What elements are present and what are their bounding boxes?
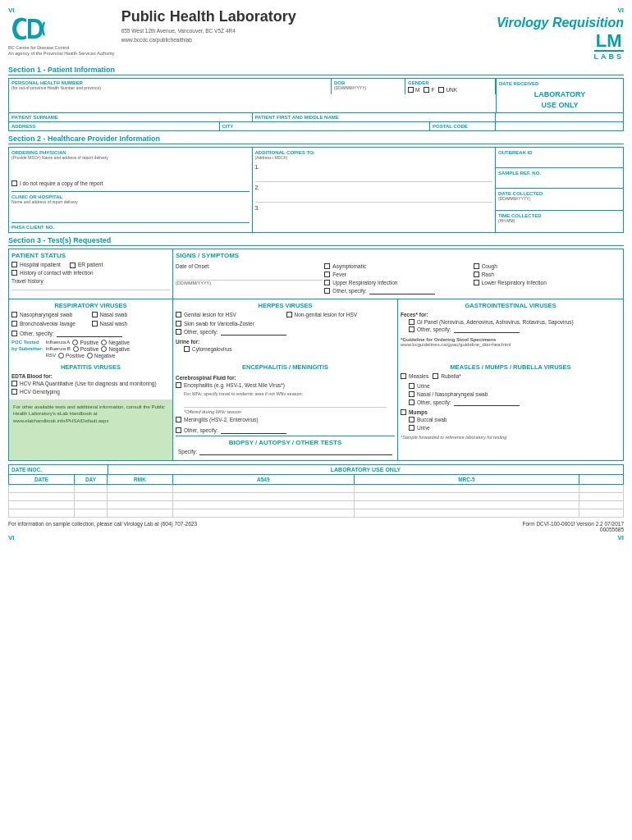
gi-guideline: *Guideline for Ordering Stool Specimens … bbox=[401, 337, 621, 347]
measles-nasal-row[interactable]: Nasal / Nasopharyngeal swab bbox=[409, 391, 621, 398]
no-copy-label: I do not require a copy of the report bbox=[20, 180, 103, 187]
rsv-negative[interactable]: Negative bbox=[87, 353, 116, 358]
nasal-wash-label: Nasal wash bbox=[100, 321, 128, 327]
date-inoc-section: DATE INOC. LABORATORY USE ONLY DATE DAY … bbox=[8, 464, 624, 518]
history-contact-label: History of contact with infection bbox=[20, 270, 94, 276]
lower-resp-row[interactable]: Lower Respiratory Infection bbox=[474, 280, 621, 286]
vi-label-right: VI bbox=[617, 7, 624, 14]
no-copy-row[interactable]: I do not require a copy of the report bbox=[11, 180, 250, 187]
additional-sublabel: (Address / MSC#) bbox=[255, 155, 493, 160]
surname-label: PATIENT SURNAME bbox=[11, 115, 250, 120]
nasopharyngeal-row[interactable]: Nasopharyngeal swab bbox=[11, 312, 90, 318]
upper-resp-row[interactable]: Upper Respiratory Infection bbox=[324, 280, 471, 286]
biopsy-section: BIOPSY / AUTOPSY / OTHER TESTS Specify: bbox=[176, 436, 395, 458]
cough-row[interactable]: Cough bbox=[474, 263, 621, 270]
gender-label: GENDER bbox=[408, 80, 492, 85]
influenza-b-positive[interactable]: Positive bbox=[73, 346, 99, 352]
history-contact-row[interactable]: History of contact with infection bbox=[11, 270, 170, 276]
measles-urine-row[interactable]: Urine bbox=[409, 383, 621, 390]
cdc-logo bbox=[8, 14, 48, 43]
measles-row[interactable]: Measles bbox=[401, 373, 428, 380]
respiratory-header: RESPIRATORY VIRUSES bbox=[11, 302, 170, 309]
col-rmk: RMK bbox=[108, 474, 173, 484]
footer-vi: VI VI bbox=[8, 534, 624, 541]
rubella-row[interactable]: Rubella* bbox=[433, 373, 461, 380]
cmv-row[interactable]: Cytomegalovirus bbox=[184, 346, 395, 353]
measles-col: MEASLES / MUMPS / RUBELLA VIRUSES Measle… bbox=[398, 361, 623, 460]
lab-use-only-cell: DATE RECEIVED LABORATORYUSE ONLY bbox=[496, 79, 623, 112]
skin-varicella-label: Skin swab for Varicella-Zoster bbox=[184, 321, 254, 327]
urine-for-label: Urine for: bbox=[176, 339, 395, 345]
buccal-swab-row[interactable]: Buccal swab bbox=[409, 417, 621, 423]
hcv-rna-row[interactable]: HCV RNA Quantitative (Use for diagnosis … bbox=[11, 381, 170, 387]
patient-status-col: PATIENT STATUS Hospital inpatient ER pat… bbox=[9, 249, 173, 298]
firstname-label: PATIENT FIRST AND MIDDLE NAME bbox=[255, 115, 493, 120]
gi-other-row[interactable]: Other, specify: bbox=[409, 326, 621, 333]
hospital-inpatient-row[interactable]: Hospital inpatient ER patient bbox=[11, 262, 170, 268]
skin-varicella-row[interactable]: Skin swab for Varicella-Zoster bbox=[176, 321, 395, 327]
mumps-row[interactable]: Mumps bbox=[401, 409, 621, 416]
col-mrc5: MRC-5 bbox=[354, 474, 579, 484]
date-format: (DD/MMM/YYYY) bbox=[176, 281, 323, 285]
sample-number: 00055685 bbox=[522, 527, 624, 532]
additional-item1: 1. bbox=[255, 164, 493, 170]
green-info-box: For other available tests and additional… bbox=[9, 399, 172, 460]
gender-unk[interactable]: UNK bbox=[438, 87, 457, 93]
genital-hsv-row[interactable]: Genital lesion for HSV bbox=[176, 312, 285, 318]
rash-row[interactable]: Rash bbox=[474, 272, 621, 278]
lab-info-col: OUTBREAK ID SAMPLE REF. NO. DATE COLLECT… bbox=[496, 148, 623, 232]
asymptomatic-row[interactable]: Asymptomatic bbox=[324, 263, 471, 270]
hcv-geno-label: HCV Genotyping bbox=[20, 389, 60, 395]
virology-title: Virology Requisition bbox=[497, 16, 624, 30]
address-label: ADDRESS bbox=[11, 124, 217, 129]
encephalitis-col: ENCEPHALITIS / MENINGITIS Cerebrospinal … bbox=[173, 361, 398, 460]
rsv-positive[interactable]: Positive bbox=[58, 353, 85, 358]
footer-vi-right: VI bbox=[617, 534, 624, 541]
offered-note: *Offered during WNv season bbox=[184, 409, 395, 414]
form-number: Form DCVI-100-0001f Version 2.2 07/2017 bbox=[522, 521, 624, 527]
hepatitis-header: HEPATITIS VIRUSES bbox=[11, 363, 170, 371]
resp-other-row[interactable]: Other, specify: bbox=[11, 331, 170, 337]
meningitis-row[interactable]: Meningitis (HSV-2, Enterovirus) bbox=[176, 417, 395, 423]
hcv-geno-row[interactable]: HCV Genotyping bbox=[11, 389, 170, 395]
herpes-header: HERPES VIRUSES bbox=[176, 302, 395, 309]
hcv-rna-label: HCV RNA Quantitative (Use for diagnosis … bbox=[20, 381, 157, 387]
fever-row[interactable]: Fever bbox=[324, 272, 471, 278]
measles-other-row[interactable]: Other, specify: bbox=[409, 399, 621, 406]
gi-panel-row[interactable]: GI Panel (Norovirus, Adenovirus, Astrovi… bbox=[409, 319, 621, 326]
table-row bbox=[9, 484, 624, 492]
influenza-a-positive[interactable]: Positive bbox=[72, 340, 98, 345]
mumps-urine-label: Urine bbox=[417, 425, 430, 431]
nasal-swab-label: Nasal swab bbox=[100, 312, 128, 318]
other-specify-row[interactable]: Other, specify: bbox=[324, 288, 471, 294]
asymptomatic-label: Asymptomatic bbox=[332, 263, 366, 270]
gender-f[interactable]: F bbox=[424, 87, 434, 93]
patient-status-header: PATIENT STATUS bbox=[11, 252, 170, 259]
herpes-other-row[interactable]: Other, specify: bbox=[176, 329, 395, 336]
enc-other-row[interactable]: Other, specify: bbox=[176, 427, 395, 434]
mumps-urine-row[interactable]: Urine bbox=[409, 425, 621, 431]
poc-section: POC Tested by Submitter: Influenza A Pos… bbox=[11, 340, 170, 358]
herpes-col: HERPES VIRUSES Genital lesion for HSV No… bbox=[173, 299, 398, 362]
nasal-swab-row[interactable]: Nasal swab bbox=[92, 312, 171, 318]
influenza-a-label: Influenza A bbox=[46, 340, 71, 345]
table-row bbox=[9, 492, 624, 500]
nasal-wash-row[interactable]: Nasal wash bbox=[92, 321, 171, 327]
influenza-b-label: Influenza B bbox=[46, 346, 71, 352]
bronchoalveolar-row[interactable]: Bronchoalveolar lavage bbox=[11, 321, 90, 327]
phn-sublabel: (for out-of-province Health Number and p… bbox=[11, 85, 328, 90]
encephalitis-header: ENCEPHALITIS / MENINGITIS bbox=[176, 363, 395, 371]
date-ioc-label: DATE INOC. bbox=[9, 465, 108, 474]
encephalitis-row[interactable]: Encephalitis (e.g. HSV-1, West Nile Viru… bbox=[176, 382, 395, 389]
phn-cell: PERSONAL HEALTH NUMBER (for out-of-provi… bbox=[9, 79, 332, 94]
csf-label: Cerebrospinal Fluid for: bbox=[176, 375, 395, 381]
non-genital-hsv-label: Non-genital lesion for HSV bbox=[295, 312, 358, 318]
gender-m[interactable]: M bbox=[408, 87, 419, 93]
footer-vi-left: VI bbox=[8, 534, 15, 541]
meningitis-label: Meningitis (HSV-2, Enterovirus) bbox=[184, 417, 259, 423]
non-genital-hsv-row[interactable]: Non-genital lesion for HSV bbox=[286, 312, 396, 318]
influenza-a-negative[interactable]: Negative bbox=[101, 340, 130, 345]
buccal-swab-label: Buccal swab bbox=[417, 417, 447, 423]
influenza-b-negative[interactable]: Negative bbox=[101, 346, 130, 352]
hospital-inpatient-label: Hospital inpatient bbox=[20, 262, 61, 268]
